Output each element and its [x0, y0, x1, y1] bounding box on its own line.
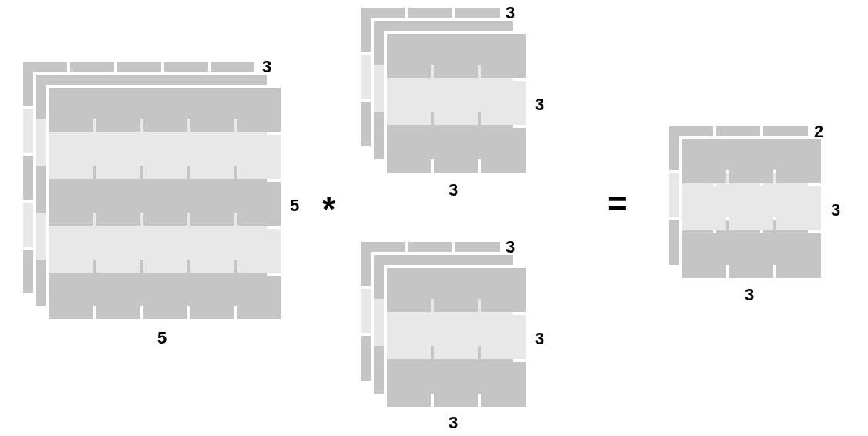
input-height-label: 5 [290, 196, 299, 216]
input-depth-label: 3 [262, 57, 271, 77]
filter2-height-label: 3 [535, 329, 544, 349]
filter1-height-label: 3 [535, 95, 544, 115]
input-slice-front [49, 88, 281, 319]
output-depth-label: 2 [814, 122, 823, 142]
equals-operator: = [607, 187, 627, 221]
output-width-label: 3 [745, 285, 754, 305]
convolution-diagram: 3 5 5 * [0, 0, 868, 436]
filter1-width-label: 3 [449, 180, 458, 200]
convolve-operator: * [322, 193, 335, 226]
filter1-slice-front [387, 34, 526, 173]
output-height-label: 3 [831, 200, 840, 220]
filter2-depth-label: 3 [506, 237, 515, 257]
filter1-depth-label: 3 [506, 3, 515, 23]
output-slice-front [682, 139, 821, 278]
filter2-slice-front [387, 268, 526, 407]
input-width-label: 5 [157, 328, 167, 348]
filter2-width-label: 3 [449, 413, 458, 433]
